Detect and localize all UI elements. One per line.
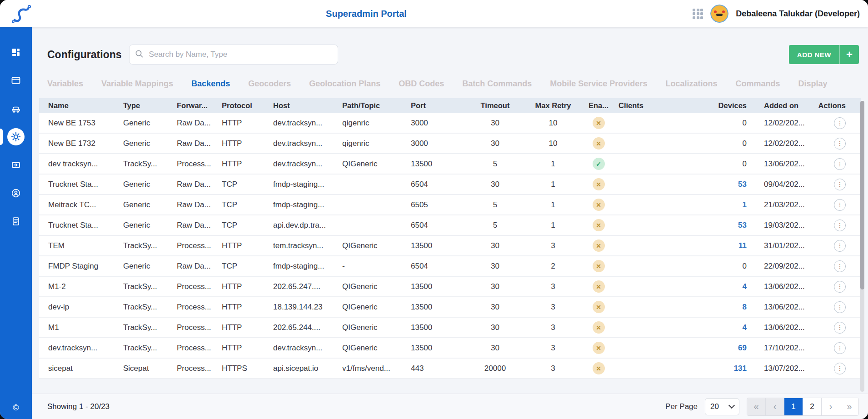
tab-obd-codes[interactable]: OBD Codes: [399, 79, 444, 89]
devices-link[interactable]: 4: [743, 323, 747, 332]
cell-protocol: TCP: [222, 221, 273, 230]
table-row: FMDP StagingGenericRaw Da...TCPfmdp-stag…: [39, 256, 861, 277]
cell-devices: 53: [709, 180, 750, 189]
row-actions-kebab-button[interactable]: ⋮: [834, 363, 846, 374]
devices-link[interactable]: 4: [743, 282, 747, 291]
row-actions-kebab-button[interactable]: ⋮: [834, 138, 846, 150]
tab-commands[interactable]: Commands: [735, 79, 780, 89]
chevron-down-icon: [728, 402, 735, 409]
user-avatar[interactable]: [710, 5, 728, 23]
row-actions-kebab-button[interactable]: ⋮: [834, 199, 846, 211]
sidebar-item-integrations[interactable]: [0, 151, 32, 179]
search-input[interactable]: [148, 50, 332, 60]
devices-link[interactable]: 8: [743, 303, 747, 311]
row-actions-kebab-button[interactable]: ⋮: [834, 322, 846, 334]
row-actions-kebab-button[interactable]: ⋮: [834, 301, 846, 313]
disabled-cross-icon: ✕: [593, 280, 605, 293]
cell-type: Generic: [123, 139, 177, 148]
sidebar-item-dashboard[interactable]: [0, 38, 32, 66]
row-actions-kebab-button[interactable]: ⋮: [834, 179, 846, 190]
devices-link[interactable]: 69: [738, 344, 747, 352]
cell-protocol: HTTPS: [222, 364, 273, 373]
row-actions-kebab-button[interactable]: ⋮: [834, 158, 846, 170]
tab-localizations[interactable]: Localizations: [665, 79, 717, 89]
cell-forwarding: Process...: [177, 364, 222, 373]
row-actions-kebab-button[interactable]: ⋮: [834, 240, 846, 252]
cell-enabled: ✕: [582, 178, 619, 190]
cell-devices: 0: [709, 160, 750, 169]
cell-timeout: 30: [466, 262, 528, 271]
cell-host: dev.tracksyn...: [273, 139, 342, 148]
sidebar-item-panels[interactable]: [0, 66, 32, 95]
cell-actions: ⋮: [814, 240, 850, 252]
cell-host: tem.tracksyn...: [273, 241, 342, 250]
tab-backends[interactable]: Backends: [191, 79, 230, 89]
tab-variables[interactable]: Variables: [47, 79, 83, 89]
page-button-2[interactable]: 2: [803, 398, 822, 415]
cell-added_on: 12/02/202...: [750, 139, 814, 148]
tab-mobile-service-providers[interactable]: Mobile Service Providers: [550, 79, 647, 89]
next-page-button[interactable]: ›: [822, 398, 840, 415]
app-switcher-icon[interactable]: [693, 9, 703, 19]
devices-link[interactable]: 53: [738, 180, 747, 189]
user-name-menu[interactable]: Debaleena Talukdar (Developer): [736, 9, 860, 19]
row-actions-kebab-button[interactable]: ⋮: [834, 281, 846, 293]
first-page-button[interactable]: «: [747, 398, 766, 415]
cell-forwarding: Process...: [177, 344, 222, 353]
row-actions-kebab-button[interactable]: ⋮: [834, 342, 846, 354]
sidebar-nav: ©: [0, 27, 32, 419]
table-row: Trucknet Sta...GenericRaw Da...TCPapi.de…: [39, 215, 861, 236]
page-button-1[interactable]: 1: [784, 398, 803, 415]
sidebar-item-configurations[interactable]: [0, 123, 32, 151]
row-actions-kebab-button[interactable]: ⋮: [834, 117, 846, 129]
devices-count: 0: [743, 262, 747, 270]
cell-timeout: 30: [466, 180, 528, 189]
per-page-select[interactable]: 20: [705, 398, 739, 415]
cell-devices: 1: [709, 200, 750, 210]
cell-enabled: ✕: [582, 199, 619, 211]
main-content: Configurations ADD NEW + VariablesVariab…: [32, 27, 868, 419]
cell-type: Sicepat: [123, 364, 177, 373]
row-actions-kebab-button[interactable]: ⋮: [834, 219, 846, 231]
cell-added_on: 19/03/202...: [750, 221, 814, 230]
devices-link[interactable]: 53: [738, 221, 747, 229]
row-actions-kebab-button[interactable]: ⋮: [834, 260, 846, 272]
disabled-cross-icon: ✕: [593, 219, 605, 231]
column-header-clients: Clients: [619, 101, 709, 110]
sidebar-item-reports[interactable]: [0, 207, 32, 235]
cell-name: M1-2: [48, 282, 123, 291]
prev-page-button[interactable]: ‹: [766, 398, 784, 415]
tab-variable-mappings[interactable]: Variable Mappings: [101, 79, 173, 89]
tab-geolocation-plans[interactable]: Geolocation Plans: [309, 79, 380, 89]
add-new-label: ADD NEW: [789, 51, 839, 59]
cell-forwarding: Process...: [177, 323, 222, 332]
last-page-button[interactable]: »: [840, 398, 858, 415]
scrollbar-thumb[interactable]: [860, 101, 864, 289]
cell-actions: ⋮: [814, 199, 850, 211]
cell-timeout: 30: [466, 139, 528, 148]
search-box[interactable]: [129, 45, 338, 65]
sidebar-item-vehicles[interactable]: [0, 95, 32, 123]
cell-devices: 69: [709, 344, 750, 353]
devices-link[interactable]: 1: [743, 200, 747, 209]
cell-actions: ⋮: [814, 260, 850, 272]
cell-protocol: TCP: [222, 180, 273, 189]
cell-actions: ⋮: [814, 281, 850, 293]
cell-path: QIGeneric: [342, 323, 411, 332]
add-new-button[interactable]: ADD NEW +: [789, 45, 859, 64]
cell-max_retry: 3: [528, 323, 582, 332]
cell-timeout: 30: [466, 282, 528, 291]
cell-name: Trucknet Sta...: [48, 221, 123, 230]
portal-title: Superadmin Portal: [326, 9, 407, 19]
vertical-scrollbar[interactable]: [860, 101, 864, 392]
devices-link[interactable]: 11: [738, 241, 747, 250]
cell-path: qigenric: [342, 139, 411, 148]
devices-link[interactable]: 131: [734, 364, 747, 373]
tab-display[interactable]: Display: [798, 79, 827, 89]
cell-port: 13500: [411, 323, 466, 332]
tab-batch-commands[interactable]: Batch Commands: [462, 79, 532, 89]
tab-geocoders[interactable]: Geocoders: [248, 79, 291, 89]
brand-logo-icon[interactable]: [11, 3, 32, 26]
cell-actions: ⋮: [814, 301, 850, 313]
sidebar-item-accounts[interactable]: [0, 179, 32, 207]
